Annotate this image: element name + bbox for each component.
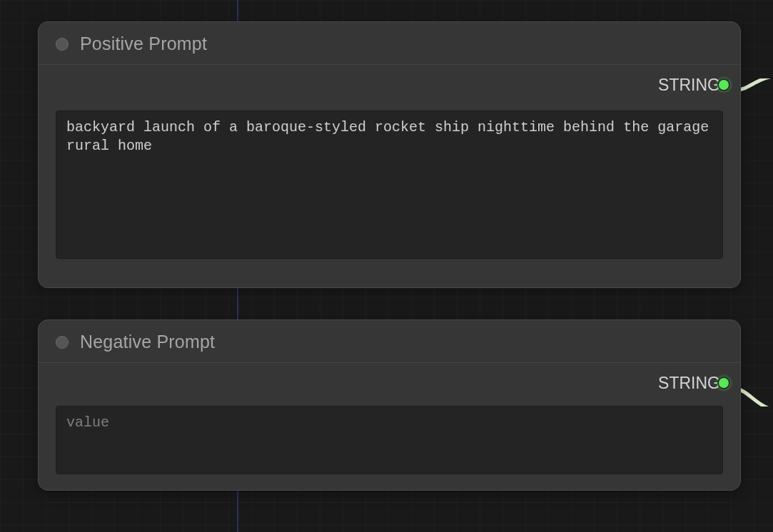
- positive-prompt-node[interactable]: Positive Prompt STRING backyard launch o…: [38, 21, 741, 288]
- negative-prompt-input[interactable]: value: [66, 414, 712, 442]
- node-header[interactable]: Negative Prompt: [39, 320, 740, 363]
- output-port[interactable]: [717, 377, 730, 389]
- output-type-label: STRING: [658, 374, 720, 393]
- collapse-toggle-icon[interactable]: [56, 38, 69, 51]
- collapse-toggle-icon[interactable]: [56, 336, 69, 349]
- positive-prompt-input[interactable]: backyard launch of a baroque-styled rock…: [66, 118, 712, 156]
- output-type-label: STRING: [658, 76, 720, 95]
- output-row: STRING: [56, 363, 723, 403]
- negative-prompt-node[interactable]: Negative Prompt STRING value: [38, 319, 741, 491]
- node-header[interactable]: Positive Prompt: [39, 22, 740, 65]
- output-port[interactable]: [717, 78, 730, 91]
- node-title: Negative Prompt: [80, 332, 215, 352]
- node-title: Positive Prompt: [80, 34, 207, 54]
- output-row: STRING: [56, 65, 723, 105]
- node-body: STRING value: [39, 363, 740, 490]
- node-body: STRING backyard launch of a baroque-styl…: [39, 65, 740, 275]
- prompt-textarea-wrap[interactable]: backyard launch of a baroque-styled rock…: [56, 111, 723, 259]
- prompt-textarea-wrap[interactable]: value: [56, 406, 723, 474]
